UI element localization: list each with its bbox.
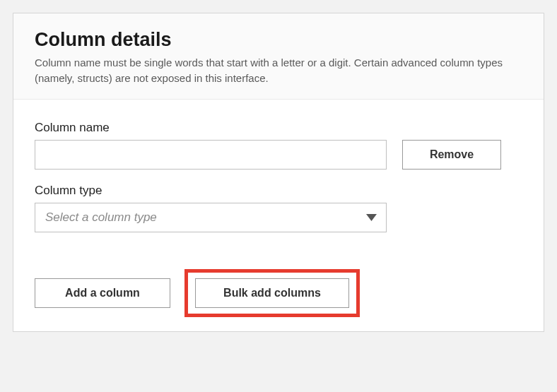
bulk-add-highlight: Bulk add columns: [184, 269, 360, 317]
remove-button[interactable]: Remove: [402, 140, 501, 170]
panel-header: Column details Column name must be singl…: [13, 13, 544, 100]
panel-title: Column details: [35, 29, 522, 51]
panel-body: Column name Remove Column type Select a …: [13, 100, 544, 331]
column-type-label: Column type: [35, 184, 522, 198]
column-type-field: Column type Select a column type: [35, 184, 522, 232]
bulk-add-columns-button[interactable]: Bulk add columns: [195, 278, 349, 308]
column-type-select[interactable]: Select a column type: [35, 203, 387, 232]
column-details-panel: Column details Column name must be singl…: [13, 13, 544, 332]
column-type-select-wrapper: Select a column type: [35, 203, 387, 232]
column-name-label: Column name: [35, 121, 387, 135]
column-name-row: Column name Remove: [35, 121, 522, 170]
panel-description: Column name must be single words that st…: [35, 55, 522, 86]
column-name-input[interactable]: [35, 140, 387, 170]
actions-row: Add a column Bulk add columns: [35, 269, 522, 317]
add-column-button[interactable]: Add a column: [35, 278, 170, 308]
column-name-field: Column name: [35, 121, 387, 170]
column-type-placeholder: Select a column type: [45, 210, 157, 225]
